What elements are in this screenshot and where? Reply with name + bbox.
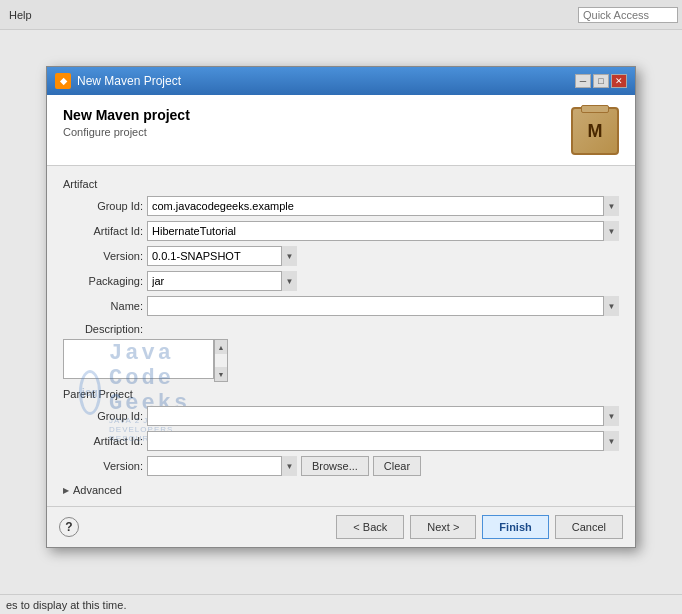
footer-buttons: < Back Next > Finish Cancel xyxy=(336,515,623,539)
parent-version-row: Version: ▼ Browse... Clear xyxy=(63,456,619,476)
new-maven-project-dialog: ◆ New Maven Project ─ □ ✕ New Maven proj… xyxy=(46,66,636,548)
artifact-id-label: Artifact Id: xyxy=(63,225,143,237)
parent-group-id-select-wrapper: ▼ xyxy=(147,406,619,426)
scrollbar-up-btn[interactable]: ▲ xyxy=(215,340,227,354)
description-row: Description: ▲ ▼ jcg Java Code Geeks xyxy=(63,321,619,382)
version-label: Version: xyxy=(63,250,143,262)
status-bar: es to display at this time. xyxy=(0,594,682,614)
packaging-label: Packaging: xyxy=(63,275,143,287)
parent-version-select[interactable] xyxy=(147,456,297,476)
parent-artifact-id-label: Artifact Id: xyxy=(63,435,143,447)
footer-left: ? xyxy=(59,517,79,537)
version-row: Version: 0.0.1-SNAPSHOT ▼ xyxy=(63,246,619,266)
clear-button[interactable]: Clear xyxy=(373,456,421,476)
group-id-label: Group Id: xyxy=(63,200,143,212)
packaging-row: Packaging: jar ▼ xyxy=(63,271,619,291)
dialog-header-text: New Maven project Configure project xyxy=(63,107,190,138)
group-id-select-wrapper: com.javacodegeeks.example ▼ xyxy=(147,196,619,216)
advanced-label: Advanced xyxy=(73,484,122,496)
close-button[interactable]: ✕ xyxy=(611,74,627,88)
parent-version-select-wrapper: ▼ xyxy=(147,456,297,476)
artifact-id-select[interactable]: HibernateTutorial xyxy=(147,221,619,241)
dialog-window-controls: ─ □ ✕ xyxy=(575,74,627,88)
parent-artifact-id-select-wrapper: ▼ xyxy=(147,431,619,451)
parent-version-label: Version: xyxy=(63,460,143,472)
dialog-body: Artifact Group Id: com.javacodegeeks.exa… xyxy=(47,166,635,506)
dialog-title: New Maven Project xyxy=(77,74,569,88)
parent-artifact-id-select[interactable] xyxy=(147,431,619,451)
artifact-section-label: Artifact xyxy=(63,178,619,190)
dialog-titlebar: ◆ New Maven Project ─ □ ✕ xyxy=(47,67,635,95)
minimize-button[interactable]: ─ xyxy=(575,74,591,88)
dialog-subtext: Configure project xyxy=(63,126,190,138)
group-id-select[interactable]: com.javacodegeeks.example xyxy=(147,196,619,216)
packaging-select[interactable]: jar xyxy=(147,271,297,291)
name-select[interactable] xyxy=(147,296,619,316)
dialog-header: New Maven project Configure project M xyxy=(47,95,635,166)
status-text: es to display at this time. xyxy=(6,599,126,611)
maven-logo: M xyxy=(571,107,619,155)
help-button[interactable]: ? xyxy=(59,517,79,537)
dialog-heading: New Maven project xyxy=(63,107,190,123)
dialog-overlay: ◆ New Maven Project ─ □ ✕ New Maven proj… xyxy=(0,0,682,614)
name-row: Name: ▼ xyxy=(63,296,619,316)
artifact-id-select-wrapper: HibernateTutorial ▼ xyxy=(147,221,619,241)
description-textarea[interactable] xyxy=(63,339,214,379)
parent-artifact-id-row: Artifact Id: ▼ xyxy=(63,431,619,451)
advanced-arrow-icon: ▶ xyxy=(63,486,69,495)
description-label: Description: xyxy=(63,323,143,335)
advanced-row[interactable]: ▶ Advanced xyxy=(63,484,619,496)
browse-button[interactable]: Browse... xyxy=(301,456,369,476)
artifact-id-row: Artifact Id: HibernateTutorial ▼ xyxy=(63,221,619,241)
parent-section-label: Parent Project xyxy=(63,388,619,400)
next-button[interactable]: Next > xyxy=(410,515,476,539)
back-button[interactable]: < Back xyxy=(336,515,404,539)
group-id-row: Group Id: com.javacodegeeks.example ▼ xyxy=(63,196,619,216)
version-select[interactable]: 0.0.1-SNAPSHOT xyxy=(147,246,297,266)
cancel-button[interactable]: Cancel xyxy=(555,515,623,539)
description-scrollbar[interactable]: ▲ ▼ xyxy=(214,339,228,382)
dialog-title-icon: ◆ xyxy=(55,73,71,89)
dialog-footer: ? < Back Next > Finish Cancel xyxy=(47,506,635,547)
name-label: Name: xyxy=(63,300,143,312)
maximize-button[interactable]: □ xyxy=(593,74,609,88)
version-select-wrapper: 0.0.1-SNAPSHOT ▼ xyxy=(147,246,297,266)
parent-group-id-row: Group Id: ▼ xyxy=(63,406,619,426)
parent-group-id-label: Group Id: xyxy=(63,410,143,422)
packaging-select-wrapper: jar ▼ xyxy=(147,271,297,291)
parent-group-id-select[interactable] xyxy=(147,406,619,426)
parent-project-section: Parent Project Group Id: ▼ Artif xyxy=(63,388,619,476)
name-select-wrapper: ▼ xyxy=(147,296,619,316)
scrollbar-down-btn[interactable]: ▼ xyxy=(215,367,227,381)
finish-button[interactable]: Finish xyxy=(482,515,548,539)
